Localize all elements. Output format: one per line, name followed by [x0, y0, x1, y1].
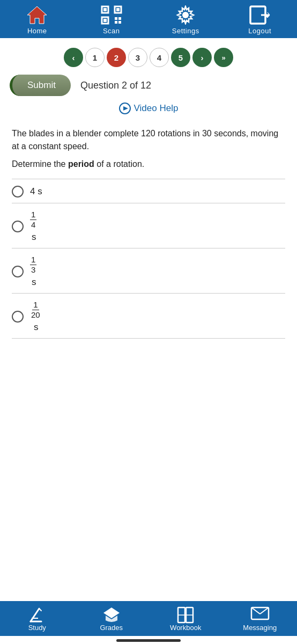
logout-icon [249, 5, 271, 25]
messaging-label: Messaging [243, 624, 277, 632]
answer-text-a: 4 s [30, 186, 42, 197]
bottom-nav-study[interactable]: Study [16, 606, 58, 632]
svg-rect-8 [118, 17, 121, 20]
answer-option-a[interactable]: 4 s [12, 179, 285, 203]
pagination-bar: ‹ 1 2 3 4 5 › » [0, 38, 297, 71]
radio-c[interactable] [12, 266, 24, 277]
grades-icon [101, 606, 122, 624]
svg-marker-18 [123, 106, 128, 111]
submit-row: Submit Question 2 of 12 [0, 71, 297, 99]
scan-icon [101, 5, 122, 25]
video-play-icon [119, 103, 131, 114]
unit-d: s [34, 322, 39, 333]
nav-home[interactable]: Home [16, 5, 58, 35]
radio-d[interactable] [12, 311, 24, 323]
instruction-suffix: of a rotation. [96, 159, 144, 169]
page-2-button[interactable]: 2 [107, 48, 126, 67]
bottom-nav-workbook[interactable]: Workbook [164, 606, 207, 632]
svg-line-28 [251, 608, 260, 614]
svg-line-21 [39, 609, 41, 611]
unit-c: s [32, 277, 36, 288]
svg-rect-7 [115, 17, 117, 20]
messaging-icon [250, 606, 270, 624]
next-page-button[interactable]: › [192, 48, 212, 67]
video-help-link[interactable]: Video Help [134, 103, 179, 114]
svg-line-19 [31, 609, 39, 621]
svg-rect-10 [118, 21, 121, 24]
answer-options: 4 s 1 4 s 1 3 s [12, 179, 285, 339]
scan-label: Scan [103, 27, 120, 35]
bottom-nav-grades[interactable]: Grades [90, 606, 133, 632]
settings-label: Settings [172, 27, 199, 35]
page-4-button[interactable]: 4 [150, 48, 169, 67]
prev-page-button[interactable]: ‹ [64, 48, 83, 67]
svg-rect-6 [116, 8, 120, 11]
denominator-d: 20 [30, 310, 41, 320]
submit-button[interactable]: Submit [10, 75, 71, 96]
svg-line-29 [260, 608, 269, 614]
last-page-button[interactable]: » [214, 48, 233, 67]
answer-text-d: 1 20 s [30, 300, 42, 333]
page-5-button[interactable]: 5 [171, 48, 190, 67]
nav-logout[interactable]: Logout [239, 5, 281, 35]
svg-rect-9 [115, 21, 117, 24]
question-text: The blades in a blender complete 120 rot… [12, 127, 285, 153]
study-icon [27, 606, 47, 624]
instruction-bold: period [68, 159, 94, 169]
question-instruction: Determine the period of a rotation. [12, 159, 285, 169]
answer-option-c[interactable]: 1 3 s [12, 248, 285, 294]
fraction-c: 1 3 [30, 255, 36, 275]
numerator-c: 1 [30, 255, 36, 265]
numerator-d: 1 [32, 300, 39, 310]
page-1-button[interactable]: 1 [85, 48, 105, 67]
svg-rect-4 [103, 8, 107, 11]
unit-b: s [32, 232, 36, 243]
instruction-prefix: Determine the [12, 159, 66, 169]
top-navigation: Home Scan Settings Lo [0, 0, 297, 38]
numerator-b: 1 [30, 210, 36, 220]
answer-option-d[interactable]: 1 20 s [12, 294, 285, 339]
home-label: Home [27, 27, 47, 35]
answer-text-c: 1 3 s [30, 255, 38, 288]
study-label: Study [28, 624, 46, 632]
logout-label: Logout [248, 27, 271, 35]
video-help-row: Video Help [0, 99, 297, 122]
grades-label: Grades [100, 624, 123, 632]
nav-settings[interactable]: Settings [164, 5, 207, 35]
page-3-button[interactable]: 3 [128, 48, 147, 67]
bottom-bar [0, 636, 297, 644]
bottom-nav-messaging[interactable]: Messaging [239, 606, 281, 632]
bottom-navigation: Study Grades Workbook Messaging [0, 601, 297, 636]
svg-rect-5 [103, 19, 107, 22]
question-content: The blades in a blender complete 120 rot… [0, 122, 297, 470]
radio-a[interactable] [12, 186, 24, 197]
settings-icon [175, 5, 196, 25]
denominator-c: 3 [30, 265, 36, 275]
answer-option-b[interactable]: 1 4 s [12, 203, 285, 248]
fraction-d: 1 20 [30, 300, 41, 320]
home-indicator [116, 639, 181, 642]
answer-text-b: 1 4 s [30, 210, 38, 243]
svg-marker-0 [27, 6, 47, 24]
fraction-b: 1 4 [30, 210, 36, 230]
nav-scan[interactable]: Scan [90, 5, 133, 35]
home-icon [26, 5, 48, 25]
radio-b[interactable] [12, 221, 24, 232]
svg-point-11 [182, 12, 189, 18]
workbook-icon [176, 606, 195, 624]
denominator-b: 4 [30, 220, 36, 230]
question-label: Question 2 of 12 [80, 80, 151, 91]
workbook-label: Workbook [170, 624, 201, 632]
